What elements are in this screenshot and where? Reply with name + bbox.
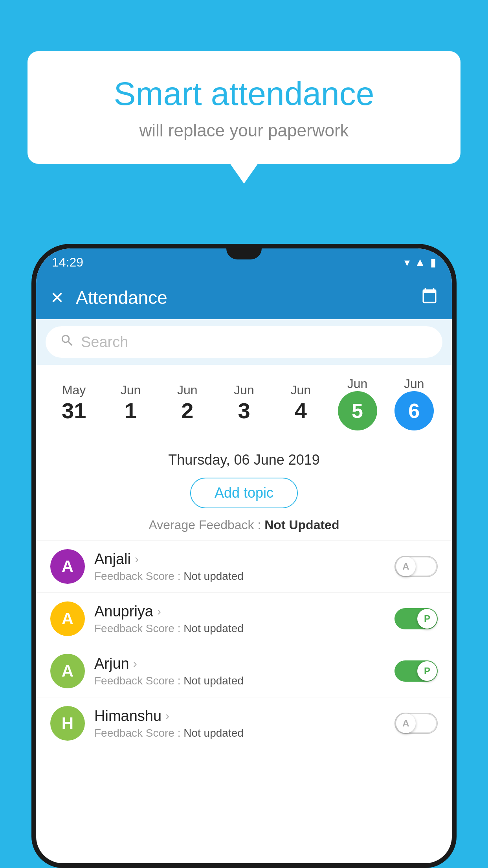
date-col[interactable]: Jun3 [218,383,270,424]
add-topic-button[interactable]: Add topic [190,478,298,508]
search-icon [60,333,75,351]
search-bar-container: Search [36,319,452,365]
student-feedback: Feedback Score : Not updated [94,675,385,687]
toggle-knob: A [396,557,416,576]
selected-date: Thursday, 06 June 2019 [36,442,452,472]
student-item[interactable]: AArjun ›Feedback Score : Not updatedP [36,645,452,697]
chevron-icon: › [165,709,169,723]
phone-inner: 14:29 ▾ ▲ ▮ ✕ Attendance [36,248,452,863]
avatar: A [50,654,85,688]
notch [226,248,262,259]
avatar: A [50,549,85,584]
avatar: H [50,706,85,741]
phone-frame: 14:29 ▾ ▲ ▮ ✕ Attendance [31,244,457,868]
search-bar[interactable]: Search [46,326,442,358]
close-icon[interactable]: ✕ [50,288,64,307]
date-col[interactable]: May31 [48,383,99,424]
date-day: 1 [125,397,137,424]
chevron-icon: › [135,552,139,566]
battery-icon: ▮ [430,256,436,269]
student-info: Anupriya ›Feedback Score : Not updated [94,603,385,635]
date-month: Jun [404,377,424,391]
date-month: Jun [290,383,311,397]
student-item[interactable]: HHimanshu ›Feedback Score : Not updatedA [36,697,452,749]
date-month: Jun [177,383,198,397]
date-month: Jun [234,383,254,397]
toggle-knob: P [417,661,437,681]
feedback-value: Not updated [183,727,244,739]
avg-feedback: Average Feedback : Not Updated [36,514,452,540]
status-time: 14:29 [52,255,83,270]
date-day: 2 [181,397,193,424]
speech-bubble-tail [230,164,258,184]
feedback-value: Not updated [183,570,244,582]
chevron-icon: › [133,657,137,670]
date-day-selected: 5 [352,399,363,423]
attendance-toggle[interactable]: A [394,713,438,734]
attendance-toggle[interactable]: A [394,556,438,577]
avg-feedback-value: Not Updated [264,518,339,532]
toggle-knob: P [417,609,437,629]
student-info: Himanshu ›Feedback Score : Not updated [94,708,385,739]
date-col[interactable]: Jun4 [275,383,326,424]
date-strip: May31Jun1Jun2Jun3Jun4Jun5Jun6 [36,365,452,442]
add-topic-btn: Add topic [36,472,452,514]
student-info: Anjali ›Feedback Score : Not updated [94,551,385,583]
date-col[interactable]: Jun2 [162,383,213,424]
student-info: Arjun ›Feedback Score : Not updated [94,655,385,687]
feedback-value: Not updated [183,622,244,634]
students-list: AAnjali ›Feedback Score : Not updatedAAA… [36,540,452,749]
wifi-icon: ▾ [404,256,410,269]
student-name: Himanshu › [94,708,385,725]
attendance-toggle[interactable]: P [394,608,438,629]
calendar-icon[interactable] [421,287,438,308]
date-month: Jun [121,383,141,397]
toggle-knob: A [396,714,416,733]
student-item[interactable]: AAnupriya ›Feedback Score : Not updatedP [36,592,452,645]
student-feedback: Feedback Score : Not updated [94,570,385,583]
date-day: 31 [62,397,86,424]
signal-icon: ▲ [415,256,426,268]
speech-bubble: Smart attendance will replace your paper… [28,51,460,164]
student-name: Anupriya › [94,603,385,620]
attendance-toggle[interactable]: P [394,660,438,682]
student-feedback: Feedback Score : Not updated [94,622,385,635]
date-day: 4 [295,397,307,424]
speech-bubble-container: Smart attendance will replace your paper… [28,51,460,184]
search-placeholder: Search [81,334,128,351]
date-col[interactable]: Jun5 [332,377,383,430]
student-feedback: Feedback Score : Not updated [94,727,385,739]
date-row: May31Jun1Jun2Jun3Jun4Jun5Jun6 [36,373,452,438]
date-col[interactable]: Jun6 [389,377,440,430]
speech-bubble-subtitle: will replace your paperwork [59,121,429,140]
avg-feedback-label: Average Feedback : [149,518,265,532]
date-month: May [62,383,86,397]
student-name: Anjali › [94,551,385,568]
date-month: Jun [347,377,368,391]
chevron-icon: › [157,605,161,618]
student-name: Arjun › [94,655,385,672]
app-bar: ✕ Attendance [36,276,452,319]
date-day: 3 [238,397,250,424]
feedback-value: Not updated [183,675,244,687]
student-item[interactable]: AAnjali ›Feedback Score : Not updatedA [36,540,452,592]
avatar: A [50,601,85,636]
speech-bubble-title: Smart attendance [59,75,429,113]
status-icons: ▾ ▲ ▮ [404,256,436,269]
app-bar-title: Attendance [76,287,409,308]
date-day-today: 6 [408,399,420,423]
content-area: Thursday, 06 June 2019 Add topic Average… [36,442,452,749]
date-col[interactable]: Jun1 [105,383,156,424]
